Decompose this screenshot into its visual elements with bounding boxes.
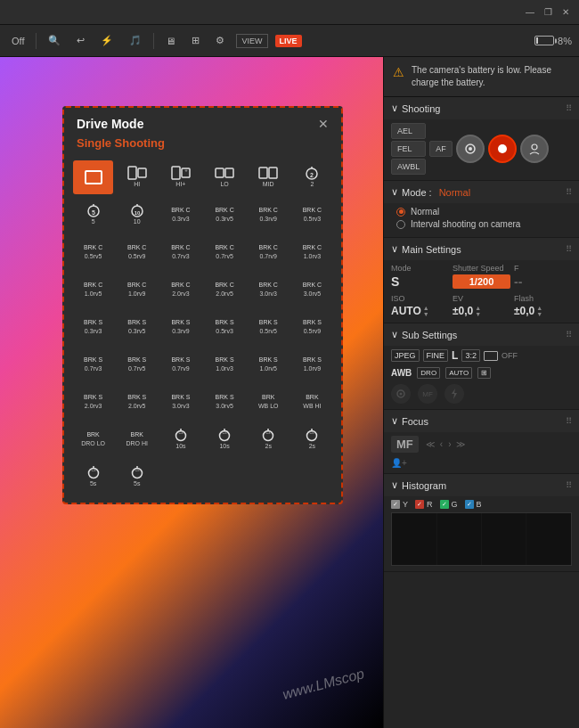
dro-badge[interactable]: DRO [417, 367, 440, 379]
drive-brk-s-07rv5[interactable]: BRK S 0.7rv5 [117, 348, 157, 381]
drive-brk-s-07rv9[interactable]: BRK S 0.7rv9 [160, 348, 200, 381]
focus-dots: ⠿ [566, 416, 572, 426]
drive-brk-c-05rv5[interactable]: BRK C 0.5rv5 [73, 235, 113, 269]
focus-right[interactable]: › [446, 438, 453, 451]
close-button[interactable]: ✕ [559, 6, 572, 19]
drive-brk-c-30rv5[interactable]: BRK C 3.0rv5 [292, 273, 332, 307]
drive-brk-s-10rv3[interactable]: BRK S 1.0rv3 [205, 348, 245, 381]
drive-brk-s-30rv5[interactable]: BRK S 3.0rv5 [205, 385, 245, 419]
hist-b-channel[interactable]: ✓ B [465, 500, 482, 509]
drive-brk-s-03rv3[interactable]: BRK S 0.3rv3 [73, 310, 113, 344]
drive-brk-c-07rv5[interactable]: BRK C 0.7rv5 [205, 235, 245, 269]
drive-timer-c3-2s[interactable]: C3 2s [249, 422, 289, 456]
brk-c-05rv9-label: 0.5rv9 [128, 253, 145, 260]
drive-brk-c-20rv3[interactable]: BRK C 2.0rv3 [160, 273, 200, 307]
face-detect-button[interactable] [520, 135, 549, 163]
record-button[interactable] [488, 135, 517, 163]
hist-r-channel[interactable]: ✓ R [415, 500, 433, 509]
histogram-header[interactable]: ∨ Histogram ⠿ [384, 474, 579, 496]
awb-label[interactable]: AWB [391, 368, 412, 378]
off-button[interactable]: Off [7, 34, 29, 48]
drive-brk-s-07rv3[interactable]: BRK S 0.7rv3 [73, 348, 113, 381]
drive-cont-lo[interactable]: LO [205, 160, 245, 194]
drive-timer-c5-10s[interactable]: C5 10s [205, 422, 245, 456]
drive-brk-c-07rv3[interactable]: BRK C 0.7rv3 [160, 235, 200, 269]
drive-brk-c-03rv5[interactable]: BRK C 0.3rv5 [205, 198, 245, 232]
fel-button[interactable]: FEL [391, 141, 426, 157]
drive-timer-c5-2s[interactable]: C5 2s [292, 422, 332, 456]
main-settings-header[interactable]: ∨ Main Settings ⠿ [384, 238, 579, 260]
settings-button[interactable]: ⚙ [211, 33, 229, 48]
shooting-header[interactable]: ∨ Shooting ⠿ [384, 97, 579, 119]
drive-brk-s-05rv3[interactable]: BRK S 0.5rv3 [205, 310, 245, 344]
focus-left[interactable]: ‹ [438, 438, 444, 451]
drive-cont-mid[interactable]: MID [249, 160, 289, 194]
iso-value[interactable]: AUTO ▲▼ [391, 305, 449, 317]
focus-right-right[interactable]: ≫ [454, 438, 467, 451]
drive-brk-dro-hi[interactable]: BRK DRO HI [117, 422, 157, 456]
ev-value[interactable]: ±0,0 ▲▼ [453, 305, 510, 317]
drive-timer-c3-5s[interactable]: C3 5s [73, 460, 113, 494]
view-button[interactable]: VIEW [236, 34, 267, 48]
minimize-button[interactable]: — [524, 6, 536, 19]
drive-brk-c-07rv9[interactable]: BRK C 0.7rv9 [249, 235, 289, 269]
monitor-button[interactable]: 🖥 [161, 34, 180, 48]
focus-left-left[interactable]: ≪ [424, 438, 436, 451]
drive-brk-s-20rv3[interactable]: BRK S 2.0rv3 [73, 385, 113, 419]
drive-brk-c-05rv9[interactable]: BRK C 0.5rv9 [117, 235, 157, 269]
drive-timer2[interactable]: 2 2 [292, 160, 332, 194]
awbl-button[interactable]: AWBL [391, 159, 426, 175]
flash-value[interactable]: ±0,0 ▲▼ [514, 305, 572, 317]
dialog-title: Drive Mode [77, 117, 143, 131]
drive-brk-s-03rv9[interactable]: BRK S 0.3rv9 [160, 310, 200, 344]
ael-button[interactable]: AEL [391, 123, 426, 139]
dro-auto-badge[interactable]: AUTO [445, 367, 472, 379]
tool4-button[interactable]: 🎵 [125, 33, 146, 48]
drive-brk-c-03rv9[interactable]: BRK C 0.3rv9 [249, 198, 289, 232]
drive-brk-c-30rv3[interactable]: BRK C 3.0rv3 [249, 273, 289, 307]
drive-single[interactable] [73, 160, 113, 194]
drive-brk-wb-lo[interactable]: BRK WB LO [249, 385, 289, 419]
grid-button[interactable]: ⊞ [187, 33, 204, 48]
fine-badge[interactable]: FINE [423, 349, 449, 362]
drive-brk-c-10rv5[interactable]: BRK C 1.0rv5 [73, 273, 113, 307]
undo-button[interactable]: ↩ [72, 33, 89, 48]
focus-header[interactable]: ∨ Focus ⠿ [384, 410, 579, 432]
drive-brk-s-03rv5[interactable]: BRK S 0.3rv5 [117, 310, 157, 344]
drive-brk-s-10rv9[interactable]: BRK S 1.0rv9 [292, 348, 332, 381]
jpeg-badge[interactable]: JPEG [391, 349, 420, 362]
mode-normal-option[interactable]: Normal [396, 207, 572, 217]
zoom-button[interactable]: 🔍 [44, 33, 65, 48]
mode-interval-option[interactable]: Interval shooting on camera [396, 219, 572, 229]
drive-brk-s-10rv5[interactable]: BRK S 1.0rv5 [249, 348, 289, 381]
drive-brk-c-05rv3[interactable]: BRK C 0.5rv3 [292, 198, 332, 232]
drive-brk-s-05rv5[interactable]: BRK S 0.5rv5 [249, 310, 289, 344]
mode-header[interactable]: ∨ Mode : Normal ⠿ [384, 181, 579, 203]
drive-cont-hi[interactable]: HI [117, 160, 157, 194]
hist-y-channel[interactable]: ✓ Y [391, 500, 408, 509]
camera-shutter-button[interactable] [456, 135, 485, 163]
drive-brk-c-03rv3[interactable]: BRK C 0.3rv3 [160, 198, 200, 232]
drive-cont-hiplus[interactable]: + HI+ [160, 160, 200, 194]
size-badge[interactable]: L [452, 349, 458, 362]
drive-timer-c3-10s[interactable]: C3 10s [160, 422, 200, 456]
aspect-badge[interactable]: 3:2 [461, 349, 480, 362]
drive-brk-wb-hi[interactable]: BRK WB HI [292, 385, 332, 419]
drive-timer10[interactable]: 10 10 [117, 198, 157, 232]
drive-brk-dro-lo[interactable]: BRK DRO LO [73, 422, 113, 456]
sub-settings-header[interactable]: ∨ Sub Settings ⠿ [384, 323, 579, 346]
drive-timer5[interactable]: 5 5 [73, 198, 113, 232]
af-button[interactable]: AF [429, 141, 453, 157]
restore-button[interactable]: ❐ [542, 6, 554, 19]
drive-brk-c-10rv3[interactable]: BRK C 1.0rv3 [292, 235, 332, 269]
drive-timer-c5-5s[interactable]: C5 5s [117, 460, 157, 494]
shutter-value[interactable]: 1/200 [453, 274, 510, 289]
tool3-button[interactable]: ⚡ [96, 33, 118, 48]
drive-brk-c-20rv5[interactable]: BRK C 2.0rv5 [205, 273, 245, 307]
dialog-close-button[interactable]: ✕ [318, 117, 329, 131]
drive-brk-s-20rv5[interactable]: BRK S 2.0rv5 [117, 385, 157, 419]
drive-brk-s-30rv3[interactable]: BRK S 3.0rv3 [160, 385, 200, 419]
drive-brk-c-10rv9[interactable]: BRK C 1.0rv9 [117, 273, 157, 307]
drive-brk-s-05rv9[interactable]: BRK S 0.5rv9 [292, 310, 332, 344]
hist-g-channel[interactable]: ✓ G [440, 500, 458, 509]
